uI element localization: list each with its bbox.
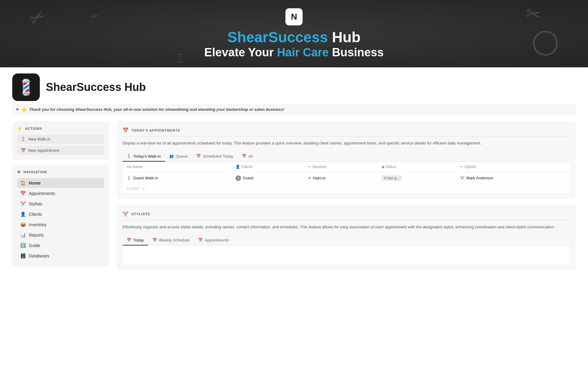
stylists-card-title: STYLISTS	[131, 212, 150, 216]
appointments-description: Display a real-time list of all appointm…	[123, 140, 570, 147]
reports-nav-icon: 📊	[20, 232, 26, 238]
tab-weekly-schedule[interactable]: 📅 Weekly Schedule	[148, 235, 194, 245]
stylists-card: ✂️ STYLISTS Effortlessly organize and ac…	[116, 205, 576, 270]
col-services-icon: ✂	[308, 165, 311, 169]
banner-title: ShearSuccess Hub	[228, 28, 361, 46]
new-walkin-button[interactable]: 🚶 New Walk-in	[17, 135, 104, 144]
tab-today-label: Today	[133, 238, 144, 242]
main-content: 📅 TODAY'S APPOINTMENTS Display a real-ti…	[116, 121, 576, 276]
appointments-card: 📅 TODAY'S APPOINTMENTS Display a real-ti…	[116, 121, 576, 199]
sidebar-item-databases-label: Databases	[29, 253, 49, 258]
sidebar: ⚡ ACTIONS 🚶 New Walk-in 📅 New Appointmen…	[12, 121, 116, 276]
sidebar-item-stylists[interactable]: ✂️ Stylists	[17, 199, 104, 209]
callout-text: Thank you for choosing ShearSuccess Hub,…	[29, 107, 285, 112]
tab-appointments-stylists[interactable]: 📅 Appointments	[194, 235, 233, 245]
tab-today-icon: 📅	[127, 238, 131, 242]
clients-nav-icon: 👤	[20, 212, 26, 217]
banner-title-suffix: Hub	[328, 29, 361, 45]
tab-scheduled-icon: 📅	[196, 154, 201, 158]
stylists-description: Effortlessly organize and access stylist…	[123, 224, 570, 230]
client-avatar: G	[236, 175, 241, 181]
appointment-icon: 📅	[21, 148, 26, 153]
table-row[interactable]: 🚶 Guest Walk-in G Guest	[123, 172, 570, 184]
tab-walkin-label: Today's Walk-in	[133, 154, 161, 159]
walkin-icon: 🚶	[21, 137, 26, 141]
actions-section: ⚡ ACTIONS 🚶 New Walk-in 📅 New Appointmen…	[12, 121, 109, 160]
sidebar-item-inventory-label: Inventory	[29, 222, 47, 227]
tab-queue[interactable]: 👥 Queue	[165, 152, 192, 162]
col-stylists: ✂Stylists	[456, 162, 570, 172]
col-name: AaName	[123, 162, 231, 172]
status-badge: Not st...	[382, 175, 402, 181]
appointments-nav-icon: 📅	[20, 191, 26, 196]
sidebar-item-home-label: Home	[29, 181, 41, 185]
new-appointment-label: New Appointment	[28, 148, 59, 153]
cell-name: 🚶 Guest Walk-in	[123, 172, 231, 184]
appointments-table: AaName 👤Clients ✂Services ◉Status ✂Styli…	[123, 162, 570, 193]
stylists-card-icon: ✂️	[123, 211, 129, 217]
comb-deco-icon: 𝄓	[86, 13, 99, 29]
circle-deco-icon: ◯	[528, 24, 562, 58]
stylists-content-area	[123, 245, 570, 264]
sidebar-item-databases[interactable]: 🗄️ Databases	[17, 251, 104, 261]
main-layout: ⚡ ACTIONS 🚶 New Walk-in 📅 New Appointmen…	[0, 121, 588, 276]
status-dot	[384, 177, 386, 179]
tab-today-stylists[interactable]: 📅 Today	[123, 235, 148, 245]
status-value: Not st...	[388, 176, 399, 180]
sidebar-item-clients[interactable]: 👤 Clients	[17, 209, 104, 219]
sidebar-item-reports[interactable]: 📊 Reports	[17, 230, 104, 240]
tab-queue-label: Queue	[176, 154, 188, 159]
banner-subtitle-highlight: Hair Care	[277, 46, 329, 59]
cell-status: Not st...	[377, 172, 456, 184]
count-row: COUNT 1	[123, 184, 570, 193]
stylists-tabs: 📅 Today 📅 Weekly Schedule 📅 Appointments	[123, 235, 570, 245]
actions-icon: ⚡	[17, 126, 23, 131]
razor-deco-icon: ⌶	[176, 51, 183, 64]
appointments-card-title: TODAY'S APPOINTMENTS	[131, 129, 180, 132]
count-cell: COUNT 1	[123, 184, 570, 193]
callout-toggle[interactable]: ▶	[17, 107, 19, 111]
notion-logo: N	[285, 8, 303, 25]
sidebar-item-guide[interactable]: ℹ️ Guide	[17, 241, 104, 250]
callout: ▶ 🌟 Thank you for choosing ShearSuccess …	[12, 104, 576, 115]
row-name-value: Guest Walk-in	[133, 176, 158, 180]
col-name-icon: Aa	[127, 165, 131, 169]
scissors-deco-icon2: ✂	[524, 2, 543, 26]
sidebar-item-reports-label: Reports	[29, 233, 44, 238]
col-status-icon: ◉	[382, 165, 385, 169]
tab-all[interactable]: 📅 All	[238, 152, 257, 162]
banner-subtitle-prefix: Elevate Your	[204, 46, 277, 59]
page-header: 💈 ShearSuccess Hub	[0, 67, 588, 104]
new-appointment-button[interactable]: 📅 New Appointment	[17, 146, 104, 155]
sidebar-item-home[interactable]: 🏠 Home	[17, 178, 104, 188]
sidebar-item-appointments[interactable]: 📅 Appointments	[17, 189, 104, 198]
col-stylists-icon: ✂	[460, 165, 463, 169]
navigation-header: ✈ NAVIGATION	[17, 170, 104, 174]
scissors-deco-icon: ✂	[25, 4, 49, 31]
tab-scheduled-today[interactable]: 📅 Scheduled Today	[192, 152, 238, 162]
col-clients: 👤Clients	[231, 162, 303, 172]
cell-client: G Guest	[231, 172, 303, 184]
client-name-value: Guest	[243, 176, 254, 180]
stylists-card-header: ✂️ STYLISTS	[123, 211, 570, 220]
sidebar-item-appointments-label: Appointments	[29, 191, 55, 196]
banner-title-highlight: ShearSuccess	[228, 29, 328, 45]
page-title: ShearSuccess Hub	[46, 81, 146, 94]
tab-all-label: All	[248, 154, 253, 159]
stylist-value: Mark Anderson	[466, 176, 493, 180]
tab-scheduled-label: Scheduled Today	[203, 154, 233, 159]
sidebar-item-inventory[interactable]: 📦 Inventory	[17, 220, 104, 230]
inventory-nav-icon: 📦	[20, 222, 26, 227]
home-icon: 🏠	[20, 180, 26, 186]
banner-subtitle-suffix: Business	[329, 46, 384, 59]
tab-all-icon: 📅	[242, 154, 247, 158]
col-services: ✂Services	[304, 162, 377, 172]
navigation-label: NAVIGATION	[24, 170, 47, 174]
tab-todays-walkin[interactable]: 🚶 Today's Walk-in	[123, 152, 165, 162]
tab-appts-label: Appointments	[205, 238, 229, 242]
sidebar-item-clients-label: Clients	[29, 212, 42, 217]
col-clients-icon: 👤	[236, 165, 240, 169]
tab-weekly-label: Weekly Schedule	[159, 238, 190, 242]
databases-nav-icon: 🗄️	[20, 253, 26, 259]
banner-subtitle: Elevate Your Hair Care Business	[204, 46, 384, 59]
